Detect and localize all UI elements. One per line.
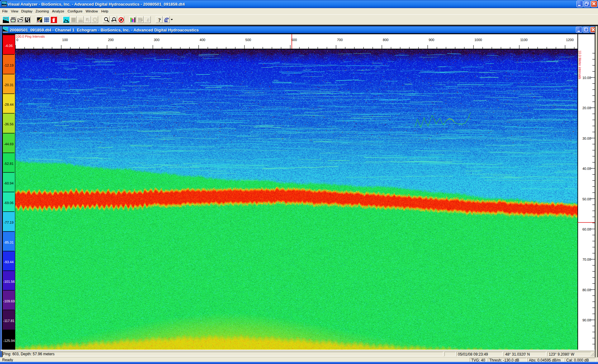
svg-text:90.00: 90.00 [582, 318, 591, 322]
svg-text:400: 400 [200, 38, 205, 42]
svg-text:?: ? [158, 17, 161, 23]
svg-text:1000: 1000 [474, 38, 482, 42]
svg-text:10.0 Meter intervals: 10.0 Meter intervals [578, 50, 582, 79]
svg-text:500: 500 [245, 38, 251, 42]
svg-text:0: 0 [17, 38, 18, 42]
svg-text:100: 100 [62, 38, 68, 42]
svg-text:200: 200 [108, 38, 114, 42]
svg-text:1100: 1100 [520, 38, 528, 42]
svg-text:80.00: 80.00 [582, 288, 591, 292]
svg-text:600: 600 [291, 38, 297, 42]
svg-text:700: 700 [337, 38, 343, 42]
svg-text:40.00: 40.00 [582, 167, 591, 170]
svg-text:900: 900 [429, 38, 434, 42]
svg-text:10.00: 10.00 [582, 76, 591, 80]
svg-text:1200: 1200 [566, 38, 573, 42]
svg-text:800: 800 [383, 38, 388, 42]
svg-text:30.00: 30.00 [582, 137, 591, 140]
svg-text:50.00: 50.00 [582, 197, 591, 201]
svg-text:300: 300 [154, 38, 159, 42]
svg-text:20.00: 20.00 [582, 106, 591, 110]
svg-text:100.0 Ping Intervals: 100.0 Ping Intervals [16, 35, 45, 38]
svg-text:70.00: 70.00 [582, 258, 591, 261]
svg-text:60.00: 60.00 [582, 227, 591, 231]
